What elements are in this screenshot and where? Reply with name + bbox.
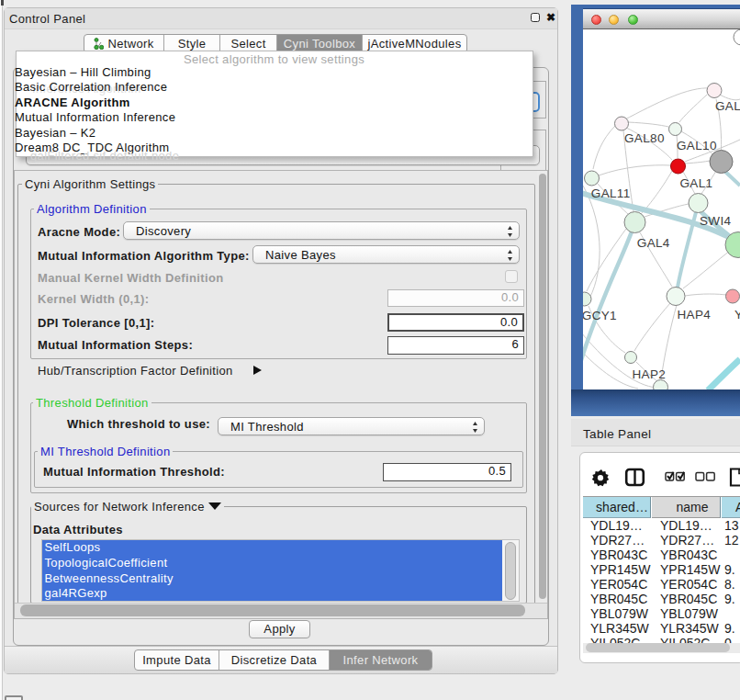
svg-text:GAL7: GAL7 — [715, 99, 740, 113]
svg-text:GAL4: GAL4 — [637, 236, 670, 250]
svg-text:GAL10: GAL10 — [677, 139, 717, 152]
svg-text:YEL: YEL — [734, 308, 740, 322]
svg-text:GCY1: GCY1 — [583, 309, 617, 322]
svg-text:SWI4: SWI4 — [700, 214, 732, 228]
svg-text:GAL80: GAL80 — [624, 131, 665, 145]
svg-text:HAP2: HAP2 — [633, 367, 667, 381]
svg-text:GAL1: GAL1 — [680, 176, 713, 190]
svg-text:HAP4: HAP4 — [678, 308, 712, 322]
svg-text:GAL11: GAL11 — [591, 186, 631, 200]
